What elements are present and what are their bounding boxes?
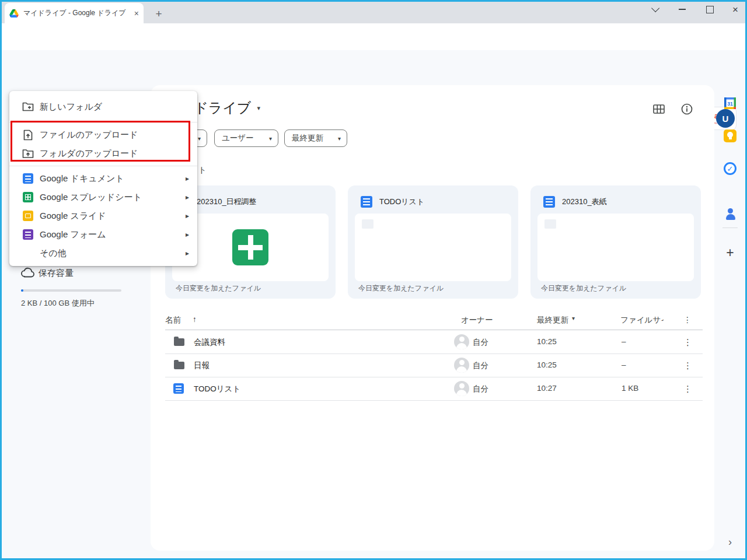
caret-down-icon: ▾ [257, 104, 260, 112]
svg-text:31: 31 [727, 101, 733, 107]
owner-avatar [454, 381, 469, 396]
caret-down-icon: ▾ [338, 135, 341, 142]
keep-icon[interactable] [724, 130, 736, 142]
browser-tab[interactable]: マイドライブ - Google ドライブ × [5, 3, 144, 23]
submenu-arrow-icon: ▸ [186, 230, 189, 239]
close-icon: × [732, 5, 738, 15]
slides-icon [23, 211, 33, 221]
more-options-icon[interactable]: ⋮ [683, 315, 692, 324]
file-thumbnail [537, 214, 694, 281]
sort-descending-icon: ▾ [572, 315, 575, 321]
submenu-arrow-icon: ▸ [186, 249, 189, 257]
table-row[interactable]: 日報 自分 10:25 – ⋮ [165, 354, 703, 377]
menu-item-more[interactable]: その他 ▸ [9, 244, 197, 262]
file-upload-icon [22, 129, 34, 141]
contacts-icon[interactable] [724, 208, 736, 220]
sort-ascending-icon[interactable]: ↑ [193, 315, 197, 324]
owner-avatar [454, 334, 469, 349]
card-caption: 今日変更を加えたファイル [176, 284, 261, 293]
card-caption: 今日変更を加えたファイル [541, 284, 626, 293]
storage-usage: 2 KB / 100 GB 使用中 [21, 298, 95, 309]
menu-item-file-upload[interactable]: ファイルのアップロード [9, 125, 197, 144]
browser-window: マイドライブ - Google ドライブ × + × ← → drive.goo… [0, 0, 747, 560]
suggested-card[interactable]: 202310_表紙 今日変更を加えたファイル [530, 186, 701, 299]
docs-icon [543, 196, 555, 208]
maximize-icon [706, 6, 714, 13]
tab-search-icon[interactable] [648, 4, 661, 15]
row-menu-icon[interactable]: ⋮ [683, 360, 692, 371]
menu-item-folder-upload[interactable]: フォルダのアップロード [9, 144, 197, 163]
drive-favicon [9, 9, 19, 18]
column-owner[interactable]: オーナー [461, 315, 493, 326]
tab-close-icon[interactable]: × [134, 9, 139, 18]
suggested-card[interactable]: TODOリスト 今日変更を加えたファイル [348, 186, 518, 299]
docs-icon [361, 196, 372, 208]
sheets-icon [23, 192, 33, 202]
folder-icon [174, 362, 184, 369]
owner-avatar [454, 358, 469, 373]
column-modified[interactable]: 最終更新 [537, 315, 568, 326]
filter-chip-people[interactable]: ユーザー ▾ [214, 130, 278, 147]
submenu-arrow-icon: ▸ [186, 193, 189, 201]
minimize-button[interactable] [676, 4, 689, 15]
close-window-button[interactable]: × [729, 4, 742, 15]
menu-divider [9, 122, 197, 123]
rail-divider [722, 228, 738, 228]
table-row[interactable]: TODOリスト 自分 10:27 1 KB ⋮ [165, 377, 703, 401]
grid-view-toggle[interactable] [652, 102, 666, 116]
column-name[interactable]: 名前 [165, 315, 181, 326]
submenu-arrow-icon: ▸ [186, 212, 189, 220]
grid-view-icon [653, 104, 665, 114]
filter-chip-modified[interactable]: 最終更新 ▾ [284, 130, 347, 147]
tab-title: マイドライブ - Google ドライブ [23, 8, 132, 18]
table-header: 名前 ↑ オーナー 最終更新 ▾ ファイルサイ ⋮ [165, 310, 703, 330]
menu-item-google-slides[interactable]: Google スライド ▸ [9, 206, 197, 225]
menu-item-google-sheets[interactable]: Google スプレッドシート ▸ [9, 188, 197, 206]
new-tab-button[interactable]: + [152, 7, 166, 21]
storage-progress-bar [21, 289, 121, 292]
docs-icon [173, 383, 184, 394]
menu-divider [9, 166, 197, 166]
storage-label[interactable]: 保存容量 [39, 268, 74, 279]
calendar-icon[interactable]: 31 [724, 97, 736, 110]
menu-item-google-docs[interactable]: Google ドキュメント ▸ [9, 169, 197, 188]
table-row[interactable]: 会議資料 自分 10:25 – ⋮ [165, 330, 703, 354]
forms-icon [23, 229, 33, 240]
menu-item-new-folder[interactable]: 新しいフォルダ [9, 94, 197, 119]
caret-down-icon: ▾ [269, 135, 272, 142]
card-caption: 今日変更を加えたファイル [358, 284, 444, 293]
get-addons-icon[interactable]: + [723, 246, 737, 260]
docs-icon [23, 173, 33, 184]
drive-header: ドライブ ドライブで検索 ? ECCS Cloud Mail Informati… [0, 50, 747, 85]
details-info-icon[interactable] [680, 102, 694, 116]
column-size[interactable]: ファイルサイ [620, 315, 664, 326]
sheets-logo [232, 229, 268, 265]
folder-upload-icon [22, 148, 34, 159]
menu-item-google-forms[interactable]: Google フォーム ▸ [9, 225, 197, 244]
submenu-arrow-icon: ▸ [186, 174, 189, 183]
cloud-icon [21, 267, 35, 280]
show-side-panel-icon[interactable]: › [725, 536, 735, 548]
tasks-icon[interactable]: ✓ [724, 162, 736, 175]
caret-down-icon: ▾ [198, 135, 201, 142]
file-thumbnail [355, 214, 511, 281]
maximize-button[interactable] [703, 4, 716, 15]
folder-icon [174, 338, 184, 346]
new-menu: 新しいフォルダ ファイルのアップロード フォルダのアップロード Google ド… [9, 91, 197, 266]
new-folder-icon [22, 101, 34, 113]
row-menu-icon[interactable]: ⋮ [683, 337, 692, 348]
minimize-icon [679, 9, 686, 10]
browser-toolbar: ← → drive.google.com/drive/my-drive ☆ U … [0, 23, 747, 50]
row-menu-icon[interactable]: ⋮ [683, 384, 692, 394]
account-avatar[interactable]: U [716, 109, 735, 128]
browser-titlebar: マイドライブ - Google ドライブ × + × [0, 0, 747, 23]
chevron-down-icon [651, 4, 659, 12]
